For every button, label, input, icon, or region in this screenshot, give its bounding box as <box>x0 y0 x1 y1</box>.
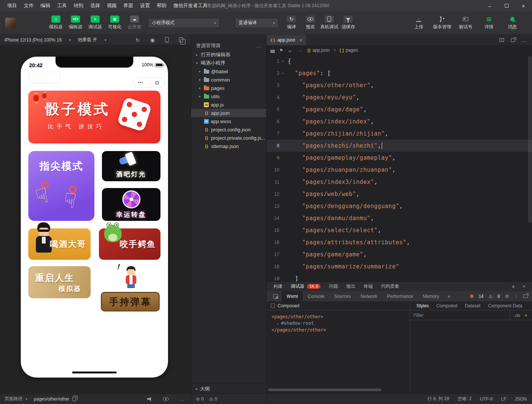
tab-app-json[interactable]: { } app.json × <box>267 35 306 45</box>
rotate-icon[interactable]: ↻ <box>136 37 140 43</box>
tree-item-sitemap.json[interactable]: {}sitemap.json <box>191 142 266 150</box>
horizontal-scrollbar[interactable] <box>268 389 381 391</box>
devtools-tab-wxml[interactable]: Wxml <box>282 291 303 301</box>
devtools-tab-sources[interactable]: Sources <box>329 291 356 301</box>
close-panel-icon[interactable]: × <box>523 284 525 289</box>
breadcrumb-item[interactable]: [ ]pages <box>340 48 358 53</box>
devtools-tab-memory[interactable]: Memory <box>418 291 444 301</box>
code-line[interactable]: 15 "pages/select/select", <box>267 224 532 236</box>
code-line[interactable]: 18 "pages/summarize/summarize" <box>267 261 532 273</box>
toolbar-button-debugger[interactable]: ≡调试器 <box>87 15 103 30</box>
code-line[interactable]: 12 "pages/web/web", <box>267 188 532 200</box>
tab-close-icon[interactable]: × <box>299 37 302 43</box>
code-line[interactable]: 11 "pages/index3/index", <box>267 176 532 188</box>
compile-select[interactable]: 普通编译 ▾ <box>235 18 279 28</box>
code-line[interactable]: 1▾{ <box>267 55 532 67</box>
forward-arrow-icon[interactable]: → <box>298 47 303 53</box>
menubar-item[interactable]: 选择 <box>87 2 103 9</box>
tree-item-pages[interactable]: ▸pages <box>191 84 266 92</box>
menubar-item[interactable]: 视频 <box>103 2 120 9</box>
kebab-menu-icon[interactable]: ⋮ <box>514 294 518 299</box>
split-editor-icon[interactable] <box>500 38 504 42</box>
code-line[interactable]: 5 "pages/dage/dage", <box>267 103 532 116</box>
code-line[interactable]: 14 "pages/danmu/danmu", <box>267 212 532 224</box>
outline-list-icon[interactable] <box>270 50 275 51</box>
styles-tab-styles[interactable]: Styles <box>413 303 432 308</box>
project-section[interactable]: ▾ 喝酒小程序 <box>191 59 266 67</box>
menubar-item[interactable]: 转到 <box>70 2 87 9</box>
code-line[interactable]: 4 "pages/eyu/eyu", <box>267 91 532 103</box>
code-editor[interactable]: 1▾{2▾ "pages": [3 "pages/other/other",4 … <box>267 55 532 281</box>
styles-tab-component-data[interactable]: Component Data <box>484 303 526 308</box>
tile-handheld-danmu[interactable]: ! 手持弹幕 <box>100 262 161 312</box>
copy-icon[interactable] <box>72 397 76 401</box>
code-line[interactable]: 9 "pages/gameplay/gameplay", <box>267 152 532 164</box>
tree-item-common[interactable]: ▸common <box>191 76 266 84</box>
maximize-button[interactable] <box>498 0 515 11</box>
warning-count[interactable]: 8 <box>498 294 500 299</box>
code-line[interactable]: 8 "pages/shezhi/shezhi", <box>267 140 532 152</box>
overflow-tabs-icon[interactable]: » <box>444 293 453 299</box>
code-line[interactable]: 17 "pages/game/game", <box>267 248 532 261</box>
gear-icon[interactable]: ⚙ <box>505 294 509 299</box>
filter-input[interactable] <box>413 313 507 318</box>
collapse-panel-icon[interactable]: ∧ <box>512 284 515 289</box>
menubar-item[interactable]: 编辑 <box>37 2 54 9</box>
toolbar-button-cloud[interactable]: ☁云开发 <box>126 15 143 30</box>
devtools-tab-network[interactable]: Network <box>356 291 382 301</box>
status-item[interactable]: 空格: 2 <box>458 396 472 402</box>
menubar-item[interactable]: 文件 <box>20 2 37 9</box>
more-icon[interactable]: … <box>179 396 184 402</box>
page-path-value[interactable]: pages/other/other <box>34 396 69 402</box>
capsule-menu-icon[interactable]: ••• <box>133 81 149 85</box>
status-item[interactable]: LF <box>501 396 506 402</box>
capsule-home-icon[interactable]: ⊙ <box>149 80 165 86</box>
eye-icon[interactable] <box>163 397 169 401</box>
fold-icon[interactable]: ▾ <box>279 55 286 67</box>
outline-section[interactable]: ▸ 大纲 <box>191 384 266 393</box>
add-style-icon[interactable]: + <box>523 312 529 318</box>
editor-scrollbar[interactable] <box>528 56 532 222</box>
avatar[interactable] <box>5 18 16 28</box>
bookmark-icon[interactable]: ⚑ <box>279 48 283 53</box>
code-line[interactable]: 7 "pages/zhijian/zhijian", <box>267 128 532 140</box>
tree-item-app.json[interactable]: {}app.json <box>191 109 266 117</box>
more-actions-icon[interactable]: … <box>256 43 261 49</box>
capsule-button[interactable]: ••• ⊙ <box>133 77 165 88</box>
page-path-label[interactable]: 页面路径 <box>5 396 23 402</box>
toolbar-button-compile[interactable]: ↻编译 <box>283 15 300 30</box>
toolbar-button-editor[interactable]: </>编辑器 <box>67 15 84 30</box>
tree-item-app.wxss[interactable]: Wapp.wxss <box>191 117 266 125</box>
error-count[interactable]: 14 <box>478 294 483 299</box>
menubar-item[interactable]: 界面 <box>120 2 137 9</box>
status-item[interactable]: UTF-8 <box>480 396 493 402</box>
tile-crocodile[interactable]: 咬手鳄鱼 <box>99 228 160 260</box>
panel-tab-代码质量[interactable]: 代码质量 <box>381 283 399 290</box>
speaker-icon[interactable] <box>147 397 152 401</box>
tile-fingertip-mode[interactable]: 指尖模式 ☟ ☟ <box>28 151 94 221</box>
tree-item-project.private.config.js...[interactable]: {}project.private.config.js... <box>191 134 266 142</box>
toolbar-button-preview[interactable]: 预览 <box>302 15 319 30</box>
code-line[interactable]: 6 "pages/index/index", <box>267 116 532 128</box>
toolbar-button-testid[interactable]: 测试号 <box>456 16 475 30</box>
open-editors-section[interactable]: ▸ 打开的编辑器 <box>191 51 266 59</box>
panel-tab-输出[interactable]: 输出 <box>346 283 355 290</box>
tree-item-@babel[interactable]: ▸@babel <box>191 67 266 76</box>
code-line[interactable]: 10 "pages/zhuanpan/zhuanpan", <box>267 164 532 176</box>
mode-select[interactable]: 小程序模式 ▾ <box>148 18 220 28</box>
toolbar-button-simulator[interactable]: ▯模拟器 <box>48 15 64 30</box>
inspect-element-icon[interactable] <box>273 294 278 299</box>
tile-restart-life[interactable]: 重启人生 模拟器 <box>28 266 91 298</box>
close-button[interactable]: × <box>515 0 532 11</box>
device-select[interactable]: iPhone 12/13 (Pro) 100% 16 ▾ <box>5 37 71 43</box>
wxml-node[interactable]: ▸ #shadow-root <box>271 320 410 327</box>
styles-tab-computed[interactable]: Computed <box>433 303 461 308</box>
hot-reload-toggle[interactable]: 热重载 开 ▾ <box>78 37 106 43</box>
back-arrow-icon[interactable]: ← <box>288 47 293 53</box>
undock-icon[interactable] <box>523 295 527 298</box>
breadcrumb-item[interactable]: {}app.json <box>307 48 330 53</box>
minimize-button[interactable]: – <box>481 0 498 11</box>
tile-bar-light[interactable]: 酒吧灯光 <box>102 151 160 181</box>
tile-lucky-wheel[interactable]: 幸运转盘 <box>102 188 160 221</box>
toolbar-button-clear-cache[interactable]: 清缓存 <box>340 15 356 30</box>
